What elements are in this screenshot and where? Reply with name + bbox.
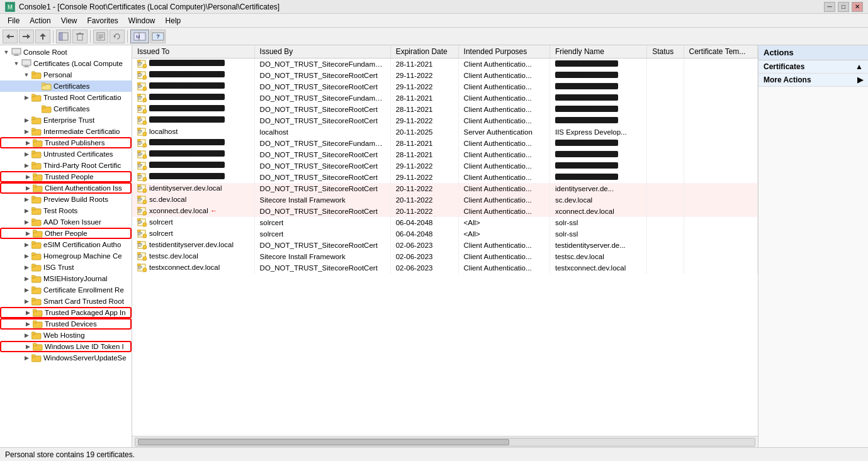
toolbar-mmc[interactable]: M xyxy=(130,30,149,43)
menu-action[interactable]: Action xyxy=(25,15,55,26)
cell-purposes: Client Authenticatio... xyxy=(458,115,550,126)
table-row[interactable]: 🔑 localhostlocalhost20-11-2025Server Aut… xyxy=(132,126,758,138)
col-header-purposes[interactable]: Intended Purposes xyxy=(458,45,550,58)
cell-friendly-name: REDACTED xyxy=(550,104,646,115)
col-header-issued-to[interactable]: Issued To xyxy=(132,45,254,58)
tree-item-third-party[interactable]: ▶ Third-Party Root Certific xyxy=(0,160,132,171)
table-row[interactable]: 🔑 identityserver.dev.localDO_NOT_TRUST_S… xyxy=(132,183,758,194)
tree-item-personal[interactable]: ▼ Personal xyxy=(0,69,132,81)
cell-issued-by: solrcert xyxy=(254,217,390,228)
toolbar-delete[interactable] xyxy=(72,30,87,43)
tree-item-msie[interactable]: ▶ MSIEHistoryJournal xyxy=(0,273,132,284)
tree-item-trusted-devices[interactable]: ▶ Trusted Devices xyxy=(0,318,132,330)
table-row[interactable]: 🔑 xconnect.dev.local ← DO_NOT_TRUST_Site… xyxy=(132,206,758,217)
cell-template xyxy=(684,58,758,70)
table-row[interactable]: 🔑 testidentityserver.dev.localDO_NOT_TRU… xyxy=(132,240,758,251)
table-row[interactable]: 🔑 REDACTEDDO_NOT_TRUST_SitecoreRootCert2… xyxy=(132,115,758,126)
svg-rect-11 xyxy=(76,33,84,35)
folder-icon-aad-token xyxy=(31,218,42,226)
tree-item-trusted-root[interactable]: ▶ Trusted Root Certificatio xyxy=(0,92,132,103)
table-row[interactable]: 🔑 REDACTEDDO_NOT_TRUST_SitecoreFundame..… xyxy=(132,138,758,149)
svg-rect-46 xyxy=(31,151,35,153)
folder-icon-third-party xyxy=(31,162,42,170)
tree-item-trusted-publishers[interactable]: ▶ Trusted Publishers xyxy=(0,137,132,148)
col-header-friendly-name[interactable]: Friendly Name xyxy=(550,45,646,58)
svg-rect-182 xyxy=(137,218,140,221)
tree-item-console-root[interactable]: ▼ Console Root xyxy=(0,47,132,58)
col-header-issued-by[interactable]: Issued By xyxy=(254,45,390,58)
svg-rect-162 xyxy=(138,187,142,187)
expand-icon2[interactable]: ▼ xyxy=(11,60,21,67)
tree-label-trusted-devices: Trusted Devices xyxy=(45,320,97,328)
tree-item-windows-live[interactable]: ▶ Windows Live ID Token I xyxy=(0,341,132,352)
close-button[interactable]: ✕ xyxy=(852,2,863,12)
actions-section-certificates[interactable]: Certificates ▲ xyxy=(758,60,868,74)
col-header-expiration[interactable]: Expiration Date xyxy=(390,45,458,58)
tree-item-esim[interactable]: ▶ eSIM Certification Autho xyxy=(0,239,132,250)
svg-rect-9 xyxy=(59,33,62,40)
table-row[interactable]: 🔑 solrcertsolrcert06-04-2048<All>solr-ss… xyxy=(132,217,758,228)
col-header-status[interactable]: Status xyxy=(647,45,684,58)
tree-item-certificates[interactable]: ▶ Certificates xyxy=(0,81,132,92)
table-row[interactable]: 🔑 REDACTEDDO_NOT_TRUST_SitecoreRootCert2… xyxy=(132,70,758,81)
tree-item-smart-card[interactable]: ▶ Smart Card Trusted Root xyxy=(0,296,132,307)
menu-window[interactable]: Window xyxy=(123,15,161,26)
table-row[interactable]: 🔑 REDACTEDDO_NOT_TRUST_SitecoreRootCert2… xyxy=(132,172,758,183)
table-row[interactable]: 🔑 testxconnect.dev.localDO_NOT_TRUST_Sit… xyxy=(132,262,758,274)
tree-item-trusted-packaged[interactable]: ▶ Trusted Packaged App In xyxy=(0,307,132,318)
tree-item-certs-local[interactable]: ▼ Certificates (Local Compute xyxy=(0,58,132,69)
menu-view[interactable]: View xyxy=(56,15,82,26)
tree-item-cert-enrollment[interactable]: ▶ Certificate Enrollment Re xyxy=(0,284,132,296)
table-row[interactable]: 🔑 sc.dev.localSitecore Install Framework… xyxy=(132,194,758,206)
table-row[interactable]: 🔑 REDACTEDDO_NOT_TRUST_SitecoreFundame..… xyxy=(132,58,758,70)
tree-item-untrusted[interactable]: ▶ Untrusted Certificates xyxy=(0,148,132,160)
tree-item-enterprise[interactable]: ▶ Enterprise Trust xyxy=(0,114,132,126)
tree-item-other-people[interactable]: ▶ Other People xyxy=(0,228,132,239)
cell-friendly-name: REDACTED xyxy=(550,92,646,104)
toolbar-refresh[interactable] xyxy=(110,30,125,43)
tree-item-intermediate[interactable]: ▶ Intermediate Certificatio xyxy=(0,126,132,137)
svg-rect-82 xyxy=(31,355,35,357)
tree-item-trusted-people[interactable]: ▶ Trusted People xyxy=(0,171,132,182)
expand-icon3[interactable]: ▼ xyxy=(21,72,31,78)
table-row[interactable]: 🔑 testsc.dev.localSitecore Install Frame… xyxy=(132,251,758,262)
tree-item-web-hosting[interactable]: ▶ Web Hosting xyxy=(0,330,132,341)
col-header-cert-template[interactable]: Certificate Tem... xyxy=(684,45,758,58)
toolbar-show-hide[interactable] xyxy=(56,30,71,43)
horizontal-scrollbar[interactable] xyxy=(132,436,758,447)
tree-item-test-roots[interactable]: ▶ Test Roots xyxy=(0,205,132,216)
tree-item-isg-trust[interactable]: ▶ ISG Trust xyxy=(0,262,132,273)
toolbar-back[interactable] xyxy=(3,30,18,43)
actions-section-more[interactable]: More Actions ▶ xyxy=(758,74,868,87)
table-row[interactable]: 🔑 REDACTEDDO_NOT_TRUST_SitecoreRootCert2… xyxy=(132,104,758,115)
table-row[interactable]: 🔑 solrcertsolrcert06-04-2048<All>solr-ss… xyxy=(132,228,758,240)
menu-file[interactable]: File xyxy=(3,15,25,26)
menu-help[interactable]: Help xyxy=(161,15,186,26)
tree-item-preview-build[interactable]: ▶ Preview Build Roots xyxy=(0,194,132,205)
cell-issued-to: 🔑 testidentityserver.dev.local xyxy=(132,240,254,251)
table-row[interactable]: 🔑 REDACTEDDO_NOT_TRUST_SitecoreRootCert2… xyxy=(132,160,758,172)
toolbar-help2[interactable]: ? xyxy=(150,30,166,43)
tree-item-certs2[interactable]: ▶ Certificates xyxy=(0,103,132,114)
tree-item-aad-token[interactable]: ▶ AAD Token Issuer xyxy=(0,216,132,228)
tree-item-homegroup[interactable]: ▶ Homegroup Machine Ce xyxy=(0,250,132,262)
actions-section-cert-collapse-icon[interactable]: ▲ xyxy=(855,62,863,71)
svg-rect-44 xyxy=(33,140,37,142)
maximize-button[interactable]: □ xyxy=(838,2,849,12)
table-row[interactable]: 🔑 REDACTEDDO_NOT_TRUST_SitecoreRootCert2… xyxy=(132,149,758,160)
tree-item-windows-server-update[interactable]: ▶ WindowsServerUpdateSe xyxy=(0,352,132,364)
svg-rect-3 xyxy=(9,36,14,37)
cell-purposes: Client Authenticatio... xyxy=(458,160,550,172)
toolbar-up[interactable] xyxy=(35,30,50,43)
expand-icon5[interactable]: ▶ xyxy=(21,94,31,101)
table-row[interactable]: 🔑 REDACTEDDO_NOT_TRUST_SitecoreRootCert2… xyxy=(132,81,758,92)
toolbar-properties[interactable] xyxy=(93,30,108,43)
menu-favorites[interactable]: Favorites xyxy=(82,15,123,26)
actions-section-more-expand-icon[interactable]: ▶ xyxy=(857,75,863,84)
title-bar-controls[interactable]: ─ □ ✕ xyxy=(824,2,863,12)
tree-item-client-auth[interactable]: ▶ Client Authentication Iss xyxy=(0,182,132,194)
minimize-button[interactable]: ─ xyxy=(824,2,835,12)
table-row[interactable]: 🔑 REDACTEDDO_NOT_TRUST_SitecoreFundame..… xyxy=(132,92,758,104)
toolbar-forward[interactable] xyxy=(19,30,34,43)
expand-icon[interactable]: ▼ xyxy=(1,49,11,55)
